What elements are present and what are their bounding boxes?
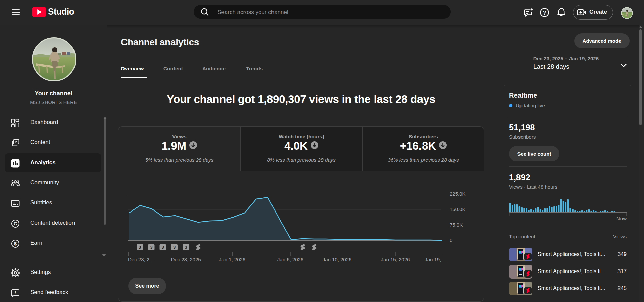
svg-text:0: 0 xyxy=(450,237,452,243)
svg-text:150.0K: 150.0K xyxy=(450,206,466,212)
svg-text:C: C xyxy=(14,221,17,226)
svg-text:75.0K: 75.0K xyxy=(450,222,463,228)
svg-text:?: ? xyxy=(543,10,546,16)
svg-text:3: 3 xyxy=(185,245,187,250)
svg-text:3: 3 xyxy=(173,245,176,250)
svg-text:$: $ xyxy=(14,241,17,246)
svg-text:3: 3 xyxy=(150,245,152,250)
svg-text:225.0K: 225.0K xyxy=(450,191,466,197)
svg-text:!: ! xyxy=(15,290,16,295)
svg-text:3: 3 xyxy=(161,245,164,250)
svg-text:3: 3 xyxy=(139,245,141,250)
